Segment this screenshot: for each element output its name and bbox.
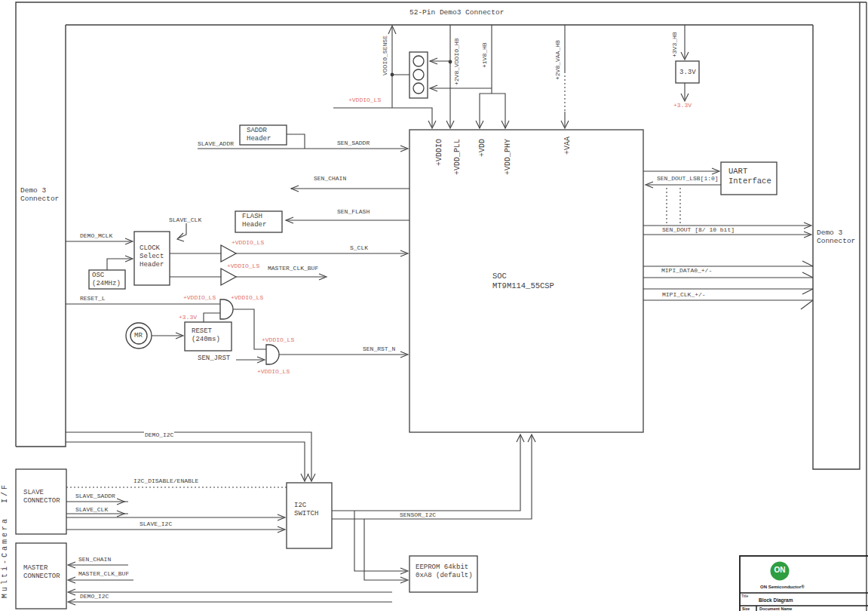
- schematic-geometry: [0, 0, 868, 611]
- vddio-ls-label-1: +VDDIO_LS: [348, 97, 381, 103]
- connector-title: 52-Pin Demo3 Connector: [409, 8, 504, 17]
- s-clk-label: S_CLK: [350, 244, 368, 251]
- soc-label: SOC MT9M114_55CSP: [492, 272, 554, 291]
- slave-clk-wire: [178, 223, 186, 238]
- mipi-data0-label: MIPI_DATA0_+/-: [661, 267, 713, 274]
- v1v8-wire: [431, 25, 505, 128]
- component-boxes: [16, 52, 777, 609]
- saddr-header-label: SADDR Header: [247, 127, 271, 143]
- slave-addr-label: SLAVE_ADDR: [198, 140, 234, 147]
- jumper-pin-2: [413, 69, 424, 80]
- v3v3-hb-label: +3V3_HB: [671, 32, 678, 57]
- vddio-ls-label-2: +VDDIO_LS: [232, 239, 264, 246]
- slave-clk-label-top: SLAVE_CLK: [169, 216, 201, 223]
- v2v8-vddio-hb-label: +2V8_VDDIO_HB: [453, 38, 460, 85]
- drawing-title: Block Diagram: [759, 597, 793, 603]
- document-name-label: Document Name: [759, 606, 792, 611]
- demo-i2c-wires: [66, 432, 311, 480]
- p3v3-label-2: +3.3V: [673, 102, 692, 109]
- jumper-pin-1: [413, 56, 424, 66]
- sen-jrst-label: SEN_JRST: [198, 355, 230, 362]
- title-field-label: Title: [741, 594, 748, 598]
- vddio-ls-wire: [333, 108, 432, 127]
- reset-out-wire: [204, 313, 220, 322]
- vddio-ls-label-5: +VDDIO_LS: [231, 294, 263, 301]
- pin-vdd-pll-label: +VDD_PLL: [453, 139, 462, 175]
- sensor-i2c-label: SENSOR_I2C: [399, 511, 437, 518]
- sen-dout-lsb-label: SEN_DOUT_LSB[1:0]: [657, 175, 719, 182]
- vddio-ls-label-7: +VDDIO_LS: [257, 368, 290, 375]
- master-clk-buf-label-top: MASTER_CLK_BUF: [268, 265, 318, 272]
- reg33-label: 3.3V: [679, 69, 696, 77]
- frame-left-bar: [16, 25, 66, 447]
- clock-select-label: CLOCK Select Header: [140, 244, 164, 269]
- pin-vdd-label: +VDD: [478, 139, 486, 157]
- slave-saddr-label: SLAVE_SADDR: [75, 493, 115, 499]
- demo-i2c-label-top: DEMO_I2C: [144, 431, 174, 438]
- left-connector-label: Demo 3 Connector: [20, 186, 59, 203]
- v1v8-hb-label: +1V8_HB: [481, 42, 488, 68]
- sen-flash-label: SEN_FLASH: [337, 208, 370, 215]
- master-connector-label: MASTER CONNECTOR: [23, 564, 60, 581]
- p3v3-label-1: +3.3V: [179, 314, 197, 321]
- sensor-i2c-wires: [332, 435, 532, 519]
- v2v8-vaa-hb-label: +2V8_VAA_HB: [554, 40, 561, 80]
- slave-connector-label: SLAVE CONNECTOR: [23, 489, 60, 505]
- pin-vdd-phy-label: +VDD_PHY: [504, 139, 512, 175]
- master-clk-buf-label-bot: MASTER_CLK_BUF: [78, 570, 129, 577]
- slave-i2c-label: SLAVE_I2C: [139, 520, 173, 527]
- reset-label: RESET (240ms): [192, 327, 220, 344]
- demo-i2c-stubs: [69, 592, 392, 602]
- eeprom-wires: [354, 511, 406, 580]
- i2c-disable-label: I2C_DISABLE/ENABLE: [133, 477, 198, 484]
- right-connector-label: Demo 3 Connector: [817, 229, 855, 245]
- mr-label: MR: [134, 332, 143, 340]
- reset-gate-2: [266, 345, 279, 364]
- vddio-ls-label-3: +VDDIO_LS: [227, 263, 259, 269]
- title-block: [740, 556, 868, 611]
- demo-i2c-label-bot: DEMO_I2C: [79, 593, 109, 600]
- v2v8-vddio-wire: [430, 25, 450, 127]
- vddio-ls-label-6: +VDDIO_LS: [262, 336, 294, 343]
- vddio-sense-label: VDDIO_SENSE: [382, 35, 388, 75]
- slave-clk-label-bot: SLAVE_CLK: [75, 506, 108, 513]
- multi-camera-if-label: Multi-Camera I/F: [1, 483, 9, 598]
- jumper-pin-3: [413, 83, 424, 94]
- sen-chain-label-top: SEN_CHAIN: [314, 175, 346, 182]
- uart-label: UART Interface: [728, 167, 771, 186]
- pin-vddio-label: +VDDIO: [435, 139, 443, 166]
- clk-buffer-1: [221, 245, 236, 262]
- schematic-page: 52-Pin Demo3 Connector Demo 3 Connector …: [0, 0, 868, 611]
- sen-chain-label-bot: SEN_CHAIN: [78, 556, 111, 563]
- clk-buffer-2: [221, 269, 236, 285]
- pin-vaa-label: +VAA: [563, 137, 572, 155]
- vddio-ls-label-4: +VDDIO_LS: [183, 294, 216, 301]
- demo-mclk-label: DEMO_MCLK: [80, 232, 112, 239]
- i2c-switch-label: I2C SWITCH: [294, 502, 318, 518]
- reset-l-label: RESET_L: [80, 295, 106, 302]
- company-name: ON Semiconductor®: [760, 585, 805, 589]
- slave-i2c-wires: [66, 517, 284, 530]
- sen-dout-label: SEN_DOUT [8/ 10 bit]: [661, 226, 735, 233]
- mipi-clk-label: MIPI_CLK_+/-: [661, 291, 707, 298]
- sen-dout-lsb-drops: [667, 188, 680, 224]
- osc-label: OSC (24MHz): [92, 272, 121, 288]
- title-block-border: [740, 556, 868, 611]
- eeprom-label: EEPROM 64kbit 0xA8 (default): [416, 563, 473, 580]
- gate1-out-wire: [232, 309, 266, 349]
- sen-saddr-label: SEN_SADDR: [337, 140, 370, 146]
- flash-header-label: FLASH Header: [242, 213, 266, 229]
- size-field-label: Size: [742, 606, 750, 611]
- sen-rst-n-label: SEN_RST_N: [363, 345, 395, 352]
- reset-gate-1: [220, 299, 233, 319]
- on-logo-text: ON: [771, 566, 789, 574]
